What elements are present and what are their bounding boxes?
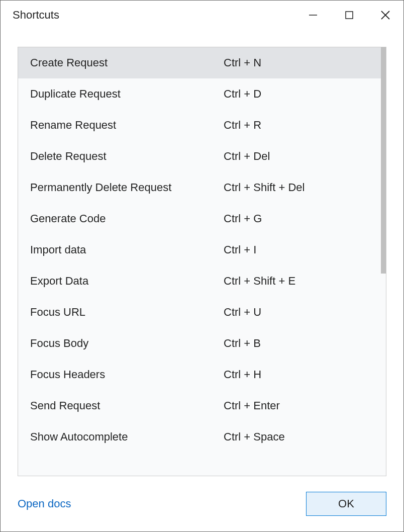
shortcut-action: Import data — [30, 243, 224, 256]
shortcut-action: Permanently Delete Request — [30, 181, 224, 194]
shortcut-action: Focus Body — [30, 337, 224, 350]
svg-rect-1 — [346, 12, 353, 19]
scrollbar-thumb[interactable] — [381, 47, 386, 274]
shortcut-keys: Ctrl + U — [224, 306, 374, 319]
shortcut-action: Show Autocomplete — [30, 430, 224, 444]
shortcut-row[interactable]: Rename RequestCtrl + R — [18, 110, 386, 141]
shortcut-keys: Ctrl + N — [224, 56, 374, 69]
shortcut-row[interactable]: Send RequestCtrl + Enter — [18, 390, 386, 421]
shortcut-action: Create Request — [30, 56, 224, 69]
shortcuts-dialog: Shortcuts Create RequestCtrl + N — [0, 0, 404, 532]
dialog-content: Create RequestCtrl + NDuplicate RequestC… — [1, 30, 403, 476]
shortcut-row[interactable]: Generate CodeCtrl + G — [18, 203, 386, 234]
shortcut-keys: Ctrl + R — [224, 119, 374, 132]
ok-button[interactable]: OK — [306, 492, 386, 516]
shortcut-keys: Ctrl + I — [224, 243, 374, 256]
close-icon — [380, 10, 390, 20]
shortcut-row[interactable]: Focus URLCtrl + U — [18, 297, 386, 328]
shortcut-action: Focus URL — [30, 306, 224, 319]
maximize-icon — [345, 11, 354, 20]
titlebar: Shortcuts — [1, 1, 403, 30]
minimize-icon — [309, 11, 318, 20]
shortcuts-list[interactable]: Create RequestCtrl + NDuplicate RequestC… — [18, 47, 386, 476]
maximize-button[interactable] — [331, 1, 367, 30]
shortcut-keys: Ctrl + D — [224, 87, 374, 101]
shortcut-action: Export Data — [30, 275, 224, 288]
minimize-button[interactable] — [295, 1, 331, 30]
window-title: Shortcuts — [13, 9, 295, 22]
shortcut-keys: Ctrl + Shift + Del — [224, 181, 374, 194]
shortcut-row[interactable]: Export DataCtrl + Shift + E — [18, 265, 386, 297]
shortcut-row[interactable]: Focus HeadersCtrl + H — [18, 359, 386, 390]
shortcut-keys: Ctrl + Del — [224, 150, 374, 163]
shortcut-row[interactable]: Duplicate RequestCtrl + D — [18, 78, 386, 110]
shortcut-row[interactable]: Show AutocompleteCtrl + Space — [18, 421, 386, 453]
shortcut-action: Send Request — [30, 399, 224, 412]
shortcuts-list-container: Create RequestCtrl + NDuplicate RequestC… — [18, 47, 386, 476]
shortcut-keys: Ctrl + B — [224, 337, 374, 350]
shortcut-row[interactable]: Focus BodyCtrl + B — [18, 328, 386, 359]
shortcut-keys: Ctrl + Space — [224, 430, 374, 444]
shortcut-action: Focus Headers — [30, 368, 224, 381]
shortcut-row[interactable]: Delete RequestCtrl + Del — [18, 141, 386, 172]
shortcut-row[interactable]: Import dataCtrl + I — [18, 234, 386, 265]
shortcut-keys: Ctrl + G — [224, 212, 374, 225]
shortcut-action: Generate Code — [30, 212, 224, 225]
shortcut-keys: Ctrl + Shift + E — [224, 275, 374, 288]
shortcut-action: Delete Request — [30, 150, 224, 163]
close-button[interactable] — [367, 1, 403, 30]
open-docs-link[interactable]: Open docs — [18, 497, 71, 510]
shortcut-row[interactable]: Create RequestCtrl + N — [18, 47, 386, 78]
shortcut-action: Rename Request — [30, 119, 224, 132]
shortcut-keys: Ctrl + Enter — [224, 399, 374, 412]
window-controls — [295, 1, 403, 30]
dialog-footer: Open docs OK — [1, 476, 403, 531]
shortcut-action: Duplicate Request — [30, 87, 224, 101]
shortcut-row[interactable]: Permanently Delete RequestCtrl + Shift +… — [18, 172, 386, 203]
shortcut-keys: Ctrl + H — [224, 368, 374, 381]
